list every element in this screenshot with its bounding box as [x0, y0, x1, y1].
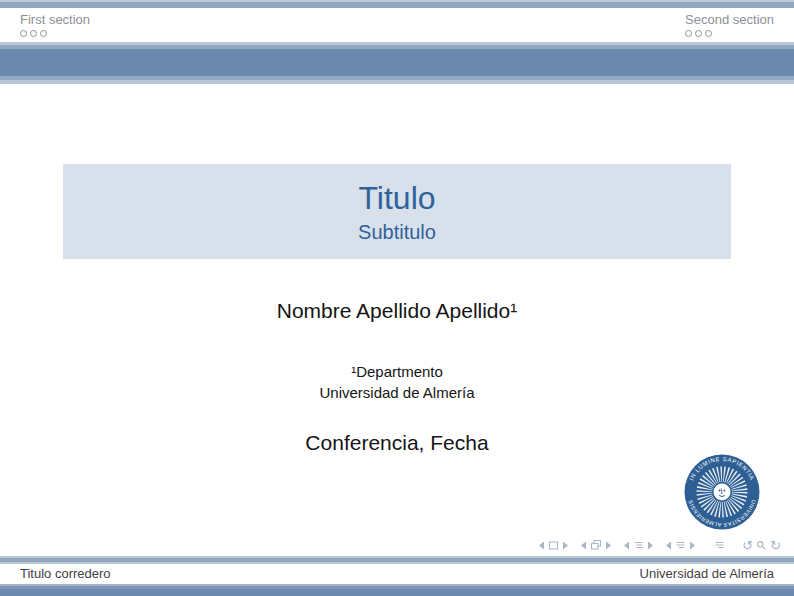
- search-icon[interactable]: [756, 540, 767, 551]
- redo-history-icon[interactable]: ↻: [770, 539, 781, 552]
- next-subsection-icon[interactable]: [647, 540, 655, 551]
- prev-slide-icon[interactable]: [537, 540, 545, 551]
- prev-subsection-icon[interactable]: [622, 540, 630, 551]
- header-separator-top: [0, 42, 794, 49]
- universidad-almeria-seal-icon: IN LUMINE SAPIENTIA UNIVERSITAS ALMERIEN…: [684, 454, 760, 530]
- footline-bar: Titulo corredero Universidad de Almería: [0, 564, 794, 584]
- slide-title: Titulo: [358, 181, 435, 215]
- header-main-bar: [0, 49, 794, 76]
- document-end-icon[interactable]: [714, 540, 725, 551]
- conference-date: Conferencia, Fecha: [0, 431, 794, 455]
- frame-dot[interactable]: [695, 30, 702, 37]
- section-dots-second: [685, 30, 774, 37]
- frame-overlay-icon[interactable]: [590, 539, 602, 551]
- slide-subtitle: Subtitulo: [358, 221, 436, 243]
- bottom-bar: [0, 584, 794, 596]
- subsection-nav-group: [622, 540, 655, 551]
- institute-block: ¹Departmento Universidad de Almería: [0, 361, 794, 403]
- section-nav-group: [664, 540, 697, 551]
- author-name: Nombre Apellido Apellido¹: [0, 299, 794, 323]
- footline-separator: [0, 556, 794, 564]
- institute-university: Universidad de Almería: [0, 382, 794, 403]
- subsection-list-icon[interactable]: [633, 540, 644, 551]
- next-slide-icon[interactable]: [562, 540, 570, 551]
- footline-institution: Universidad de Almería: [640, 566, 774, 581]
- section-label-second[interactable]: Second section: [685, 12, 774, 27]
- prev-section-icon[interactable]: [664, 540, 672, 551]
- frame-dot[interactable]: [40, 30, 47, 37]
- frame-dot[interactable]: [705, 30, 712, 37]
- slide-icon[interactable]: [548, 540, 559, 551]
- frame-dot[interactable]: [30, 30, 37, 37]
- section-list-icon[interactable]: [675, 540, 686, 551]
- frame-dot[interactable]: [685, 30, 692, 37]
- section-dots-first: [20, 30, 90, 37]
- title-box: Titulo Subtitulo: [63, 164, 731, 259]
- top-edge-band: [0, 0, 794, 8]
- university-seal-logo: IN LUMINE SAPIENTIA UNIVERSITAS ALMERIEN…: [684, 454, 760, 530]
- history-nav-group: ↺ ↻: [742, 539, 781, 552]
- header-section-first[interactable]: First section: [20, 12, 90, 37]
- frame-dot[interactable]: [20, 30, 27, 37]
- document-nav-group: [714, 540, 725, 551]
- next-section-icon[interactable]: [689, 540, 697, 551]
- slide-nav-group: [537, 540, 570, 551]
- beamer-title-slide: First section Second section Titulo Subt…: [0, 0, 794, 596]
- beamer-navigation-bar: ↺ ↻: [528, 538, 781, 552]
- undo-history-icon[interactable]: ↺: [742, 539, 753, 552]
- next-frame-icon[interactable]: [605, 540, 613, 551]
- headline-bar: First section Second section: [0, 8, 794, 42]
- footline-title: Titulo corredero: [20, 566, 111, 581]
- institute-department: ¹Departmento: [0, 361, 794, 382]
- prev-frame-icon[interactable]: [579, 540, 587, 551]
- frame-nav-group: [579, 539, 613, 551]
- header-separator-bottom: [0, 76, 794, 84]
- section-label-first[interactable]: First section: [20, 12, 90, 27]
- header-section-second[interactable]: Second section: [685, 12, 774, 37]
